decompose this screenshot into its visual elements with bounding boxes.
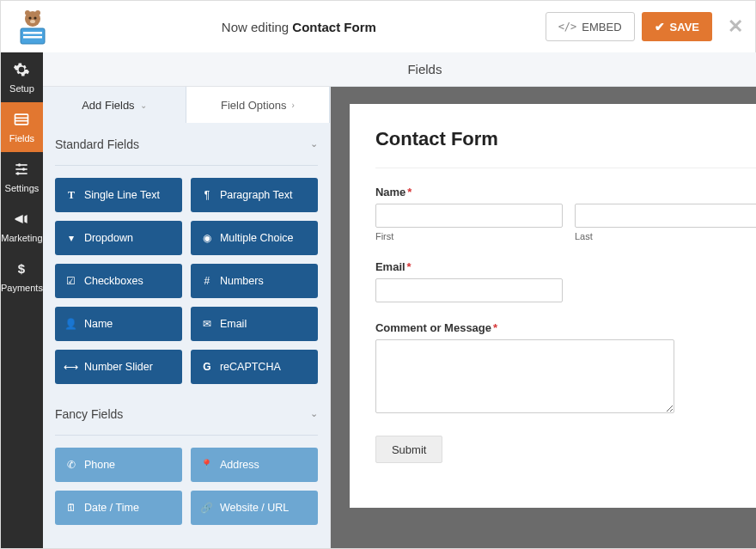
sidebar-item-marketing[interactable]: Marketing: [1, 202, 43, 252]
form-preview: Contact Form Name* First Last: [350, 104, 756, 508]
text-icon: T: [65, 189, 77, 202]
page-title: Now editing Contact Form: [52, 20, 546, 34]
pin-icon: 📍: [201, 459, 213, 471]
required-asterisk: *: [493, 321, 497, 334]
dropdown-icon: ▾: [65, 232, 77, 244]
app-logo: [13, 8, 52, 46]
fields-icon: [13, 111, 30, 130]
svg-text:$: $: [18, 261, 26, 276]
tab-add-fields[interactable]: Add Fields ⌄: [43, 87, 186, 123]
svg-point-16: [22, 168, 25, 170]
required-asterisk: *: [407, 260, 412, 273]
svg-point-1: [25, 10, 30, 15]
embed-button[interactable]: </> EMBED: [546, 12, 635, 41]
svg-point-2: [35, 10, 40, 15]
field-button-multiple-choice[interactable]: ◉Multiple Choice: [191, 221, 318, 255]
field-button-date-time[interactable]: 🗓Date / Time: [55, 491, 182, 525]
phone-icon: ✆: [65, 459, 77, 471]
mail-icon: ✉: [201, 318, 213, 330]
field-button-number-slider[interactable]: ⟷Number Slider: [55, 350, 182, 384]
last-name-input[interactable]: [575, 204, 756, 228]
required-asterisk: *: [407, 186, 412, 198]
sidebar-item-payments[interactable]: $Payments: [1, 252, 43, 302]
first-sublabel: First: [375, 231, 563, 241]
group-fancy[interactable]: Fancy Fields⌄: [55, 393, 318, 436]
email-input[interactable]: [375, 278, 563, 302]
chevron-right-icon: ›: [292, 101, 295, 110]
field-button-email[interactable]: ✉Email: [191, 307, 318, 341]
paragraph-icon: ¶: [201, 189, 213, 201]
payments-icon: $: [13, 260, 30, 279]
form-name: Contact Form: [292, 20, 376, 34]
sidebar-item-fields[interactable]: Fields: [1, 102, 43, 152]
preview-title: Contact Form: [375, 128, 756, 168]
field-button-checkboxes[interactable]: ☑Checkboxes: [55, 264, 182, 298]
field-button-recaptcha[interactable]: GreCAPTCHA: [191, 350, 318, 384]
setup-icon: [13, 61, 30, 80]
checkbox-icon: ☑: [65, 275, 77, 287]
field-button-paragraph-text[interactable]: ¶Paragraph Text: [191, 178, 318, 212]
field-name[interactable]: Name* First Last: [375, 186, 756, 241]
sidebar-item-setup[interactable]: Setup: [1, 52, 43, 102]
tab-field-options[interactable]: Field Options ›: [186, 87, 330, 123]
message-textarea[interactable]: [375, 339, 674, 413]
svg-point-15: [18, 163, 21, 166]
save-button[interactable]: ✔ SAVE: [642, 12, 712, 41]
code-icon: </>: [558, 21, 577, 33]
field-button-dropdown[interactable]: ▾Dropdown: [55, 221, 182, 255]
recaptcha-icon: G: [201, 361, 213, 373]
marketing-icon: [13, 210, 30, 229]
radio-icon: ◉: [201, 232, 213, 244]
link-icon: 🔗: [201, 502, 213, 514]
section-title: Fields: [43, 52, 756, 87]
field-button-phone[interactable]: ✆Phone: [55, 448, 182, 482]
chevron-down-icon: ⌄: [310, 138, 318, 149]
svg-point-17: [17, 172, 20, 174]
submit-button[interactable]: Submit: [375, 436, 442, 463]
slider-icon: ⟷: [65, 361, 77, 373]
last-sublabel: Last: [575, 231, 756, 241]
first-name-input[interactable]: [375, 204, 563, 228]
svg-rect-9: [15, 114, 28, 125]
title-prefix: Now editing: [222, 20, 293, 34]
close-icon[interactable]: ✕: [728, 15, 743, 38]
group-standard[interactable]: Standard Fields⌄: [55, 123, 318, 166]
chevron-down-icon: ⌄: [140, 101, 147, 110]
field-message[interactable]: Comment or Message*: [375, 321, 756, 417]
field-button-name[interactable]: 👤Name: [55, 307, 182, 341]
field-button-single-line-text[interactable]: TSingle Line Text: [55, 178, 182, 212]
svg-rect-7: [23, 32, 42, 34]
check-icon: ✔: [655, 20, 665, 34]
svg-point-4: [34, 16, 36, 19]
save-label: SAVE: [670, 21, 699, 34]
svg-point-3: [28, 16, 31, 19]
chevron-down-icon: ⌄: [310, 408, 318, 419]
svg-point-5: [30, 20, 35, 23]
user-icon: 👤: [65, 318, 77, 330]
sidebar-item-settings[interactable]: Settings: [1, 152, 43, 202]
field-button-address[interactable]: 📍Address: [191, 448, 318, 482]
hash-icon: #: [201, 275, 213, 287]
field-button-website-url[interactable]: 🔗Website / URL: [191, 491, 318, 525]
embed-label: EMBED: [582, 21, 621, 34]
settings-icon: [13, 161, 30, 180]
calendar-icon: 🗓: [65, 502, 77, 514]
field-button-numbers[interactable]: #Numbers: [191, 264, 318, 298]
field-email[interactable]: Email*: [375, 260, 756, 302]
svg-rect-8: [23, 36, 42, 39]
